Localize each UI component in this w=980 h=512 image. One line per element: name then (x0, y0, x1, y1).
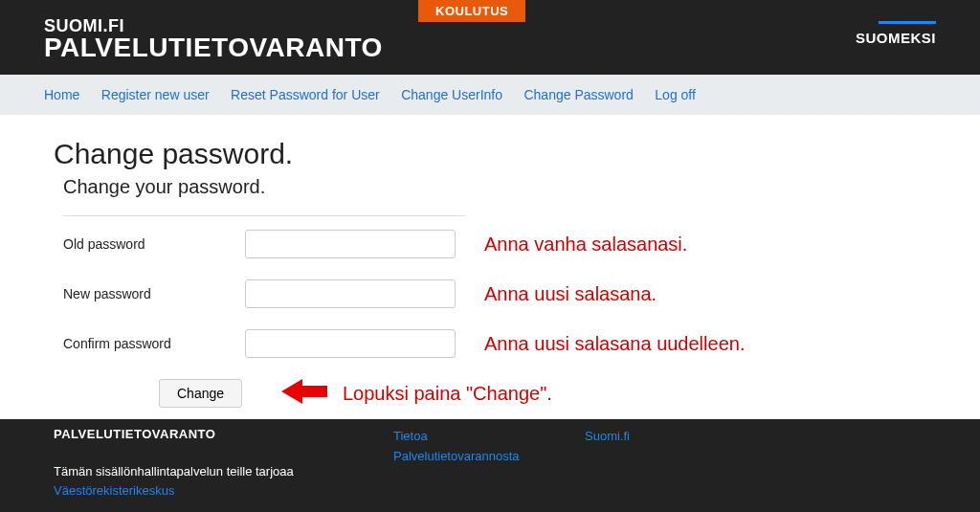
input-new-password[interactable] (245, 279, 456, 308)
input-old-password[interactable] (245, 230, 456, 258)
arrow-annotation: Lopuksi paina "Change". (281, 377, 552, 410)
row-confirm-password: Confirm password Anna uusi salasana uude… (63, 329, 465, 358)
hint-button: Lopuksi paina "Change". (343, 383, 552, 405)
nav-logoff[interactable]: Log off (655, 87, 696, 102)
footer-col-links-1: Tietoa Palvelutietovarannosta (393, 427, 585, 512)
label-old-password: Old password (63, 236, 245, 252)
row-new-password: New password Anna uusi salasana. (63, 279, 465, 308)
topbar: KOULUTUS SUOMI.FI PALVELUTIETOVARANTO SU… (0, 0, 980, 75)
navbar: Home Register new user Reset Password fo… (0, 75, 980, 115)
footer-desc-text: Tämän sisällönhallintapalvelun teille ta… (54, 464, 294, 479)
lang-indicator-bar (879, 21, 936, 24)
content: Change password. Change your password. O… (0, 115, 980, 408)
brand: SUOMI.FI PALVELUTIETOVARANTO (44, 17, 383, 61)
change-button[interactable]: Change (159, 379, 242, 408)
footer-link-suomifi[interactable]: Suomi.fi (585, 429, 630, 443)
arrow-left-icon (281, 377, 327, 410)
change-password-form: Old password Anna vanha salasanasi. New … (63, 215, 465, 408)
hint-confirm-password: Anna uusi salasana uudelleen. (484, 333, 745, 355)
nav-reset[interactable]: Reset Password for User (231, 87, 380, 102)
label-new-password: New password (63, 286, 245, 301)
page-title: Change password. (54, 138, 926, 170)
footer-link-ptv[interactable]: Palvelutietovarannosta (393, 449, 520, 463)
brand-big: PALVELUTIETOVARANTO (44, 34, 383, 61)
footer-brand: PALVELUTIETOVARANTO (54, 427, 393, 441)
footer-col-links-2: Suomi.fi (585, 427, 757, 512)
env-tab-koulutus: KOULUTUS (418, 0, 525, 22)
svg-marker-0 (281, 379, 327, 404)
page-subtitle: Change your password. (63, 176, 926, 198)
nav-userinfo[interactable]: Change UserInfo (401, 87, 502, 102)
footer-vrk-link[interactable]: Väestörekisterikeskus (54, 483, 174, 498)
footer-link-tietoa[interactable]: Tietoa (393, 429, 428, 443)
nav-register[interactable]: Register new user (101, 87, 210, 102)
row-old-password: Old password Anna vanha salasanasi. (63, 230, 465, 258)
hint-new-password: Anna uusi salasana. (484, 283, 657, 305)
input-confirm-password[interactable] (245, 329, 456, 358)
lang-label: SUOMEKSI (856, 30, 936, 46)
hint-old-password: Anna vanha salasanasi. (484, 234, 687, 256)
footer-desc: Tämän sisällönhallintapalvelun teille ta… (54, 462, 393, 500)
nav-changepw[interactable]: Change Password (523, 87, 633, 102)
footer: PALVELUTIETOVARANTO Tämän sisällönhallin… (0, 419, 980, 512)
row-submit: Change Lopuksi paina "Change". (159, 379, 465, 408)
nav-home[interactable]: Home (44, 87, 79, 102)
label-confirm-password: Confirm password (63, 336, 245, 351)
language-switch[interactable]: SUOMEKSI (856, 21, 936, 47)
footer-col-brand: PALVELUTIETOVARANTO Tämän sisällönhallin… (54, 427, 393, 512)
